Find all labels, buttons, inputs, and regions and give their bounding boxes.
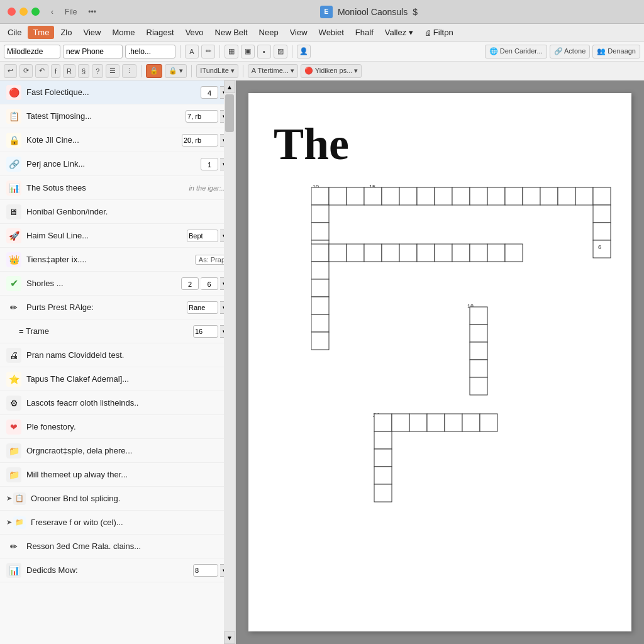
menu-fhalf[interactable]: Fhalf [350, 26, 379, 39]
crossword-grid: 10 15 [311, 181, 613, 508]
select-purts[interactable]: Rane [187, 301, 218, 314]
sidebar-item-tatest[interactable]: 📋 Tatest Tijmosing... 7, rb ▾ [0, 104, 235, 128]
sidebar-item-lascots[interactable]: ⚙ Lascots feacrr oloth listheinds.. [0, 391, 235, 415]
menu-view2[interactable]: View [285, 26, 313, 39]
scroll-down-button[interactable]: ▼ [224, 631, 235, 644]
btn-r[interactable]: R [63, 64, 75, 78]
menu-vallez[interactable]: Vallez ▾ [380, 26, 418, 39]
sidebar-item-shorles[interactable]: ✔ Shorles ... 2 6 ▾ [0, 272, 235, 296]
sidebar-item-tiensiapter[interactable]: 👑 Tiens‡apter ix.... As: Prap [0, 248, 235, 272]
sidebar-item-fast-folectique[interactable]: 🔴 Fast Folectique... 4 ▾ [0, 80, 235, 104]
menu-zlo[interactable]: Zlo [55, 26, 77, 39]
btn-text-a[interactable]: A [185, 45, 199, 58]
select-dedicds[interactable]: 8 [193, 564, 218, 577]
scrollbar-thumb[interactable] [225, 94, 234, 132]
btn-list[interactable]: ☰ [106, 64, 119, 78]
svg-rect-4 [347, 187, 364, 205]
svg-rect-2 [311, 187, 329, 205]
btn-dots[interactable]: ⋮ [122, 64, 136, 78]
btn-denaagn[interactable]: 👥 Denaagn [592, 45, 640, 58]
svg-rect-25 [329, 244, 347, 262]
svg-rect-27 [364, 244, 382, 262]
btn-den-carider[interactable]: 🌐 Den Carider... [485, 45, 547, 58]
sidebar-item-orooner[interactable]: ➤ 📋 Orooner Bnd tol splicing. [0, 487, 235, 511]
btn-person[interactable]: 👤 [297, 45, 311, 58]
select-newphone[interactable]: new Phone [63, 45, 123, 58]
svg-rect-40 [311, 332, 329, 350]
file-menu[interactable]: File [65, 8, 77, 16]
menu-webiet[interactable]: Webiet [314, 26, 349, 39]
menu-tme[interactable]: Tme [28, 26, 54, 39]
select-helo[interactable]: .helo... [125, 45, 175, 58]
sidebar-item-pran[interactable]: 🖨 Pran nams Cloviddeld test. [0, 343, 235, 367]
menu-fltpn[interactable]: 🖨Filtρn [419, 26, 458, 39]
btn-grid1[interactable]: ▦ [225, 45, 238, 58]
icon-shorles: ✔ [6, 276, 21, 291]
btn-help[interactable]: ? [92, 64, 103, 78]
select-tatest[interactable]: 7, rb [186, 110, 218, 123]
sidebar-item-resson[interactable]: ✏ Resson 3ed Cme Rala. clains... [0, 535, 235, 558]
sidebar-item-perjance[interactable]: 🔗 Perj ance Link... 1 ▾ [0, 152, 235, 176]
content-area: The 10 15 [236, 80, 644, 644]
svg-rect-44 [470, 342, 487, 360]
sidebar-item-honibal[interactable]: 🖥 Honibal Genbon/inder. [0, 200, 235, 224]
select-milodlezde[interactable]: Milodlezde [4, 45, 60, 58]
label-mill: Mill themeet up alway ther... [26, 470, 229, 479]
select-haim[interactable]: Bept [187, 230, 218, 242]
svg-rect-35 [505, 244, 523, 262]
label-resson: Resson 3ed Cme Rala. clains... [26, 541, 229, 551]
sidebar-item-kotejll[interactable]: 🔒 Kote Jll Cine... 20, rb ▾ [0, 128, 235, 152]
sidebar-item-trame[interactable]: = Trame 16 ▾ [0, 319, 235, 343]
icon-rreserave-group: ➤ 📁 [6, 516, 26, 529]
btn-ttertime[interactable]: A Ttertime... ▾ [248, 64, 298, 78]
btn-grid4[interactable]: ▨ [274, 45, 287, 58]
svg-rect-6 [382, 187, 399, 205]
sidebar-item-mill[interactable]: 📁 Mill themeet up alway ther... [0, 463, 235, 487]
btn-actone[interactable]: 🔗 Actone [550, 45, 591, 58]
btn-lock-orange[interactable]: 🔒 [146, 64, 162, 78]
scroll-up-button[interactable]: ▲ [224, 80, 235, 93]
menu-newbelt[interactable]: New Belt [210, 26, 253, 39]
btn-yidiken[interactable]: 🔴 Yidiken ps... ▾ [301, 64, 362, 78]
btn-grid2[interactable]: ▣ [241, 45, 255, 58]
menu-riagest[interactable]: Riagest [142, 26, 179, 39]
btn-edit[interactable]: ✏ [201, 45, 215, 58]
menu-neep[interactable]: Neep [254, 26, 284, 39]
app-title-area: E Moniool Caonsuls $ [101, 6, 636, 18]
btn-f[interactable]: f [51, 64, 60, 78]
btn-grid3[interactable]: ▪ [257, 45, 271, 58]
sidebar-item-tapus[interactable]: ⭐ Tapus The Clakef Adernal]... [0, 367, 235, 391]
menu-cile[interactable]: Cile [3, 26, 26, 39]
minimize-button[interactable] [19, 8, 28, 16]
btn-lock-dropdown[interactable]: 🔒 ▾ [165, 64, 187, 78]
btn-redo[interactable]: ⟳ [19, 64, 33, 78]
icon-pran: 🖨 [6, 348, 21, 363]
sidebar-item-ple[interactable]: ❤ Ple fonestory. [0, 415, 235, 439]
sidebar-item-sotus[interactable]: 📊 The Sotus thees in the igar:.... [0, 176, 235, 200]
btn-undo[interactable]: ↩ [4, 64, 17, 78]
menu-mome[interactable]: Mome [107, 26, 140, 39]
svg-rect-15 [540, 187, 558, 205]
menu-view1[interactable]: View [78, 26, 106, 39]
sidebar-item-rreserave[interactable]: ➤ 📁 Γreserave f or wito (cel)... [0, 511, 235, 535]
btn-back[interactable]: ↶ [35, 64, 48, 78]
svg-rect-30 [417, 244, 435, 262]
select-trame[interactable]: 16 [193, 325, 218, 338]
icon-ple: ❤ [6, 419, 21, 435]
icon-sotus: 📊 [6, 180, 21, 196]
nav-back[interactable]: ‹ [51, 8, 53, 16]
sidebar-item-orgncraot[interactable]: 📁 Orgncraot‡sple, dela phere... [0, 439, 235, 463]
btn-ttundlite[interactable]: ITundLite ▾ [196, 64, 238, 78]
select-kotejll[interactable]: 20, rb [182, 134, 218, 147]
sidebar-item-purts[interactable]: ✏ Purts Prest RAlge: Rane ▾ [0, 296, 235, 319]
btn-section[interactable]: § [78, 64, 89, 78]
menu-vevo[interactable]: Vevo [180, 26, 209, 39]
menu-bar: Cile Tme Zlo View Mome Riagest Vevo New … [0, 24, 644, 42]
sidebar-item-haim[interactable]: 🚀 Haim Seul Line... Bept ▾ [0, 224, 235, 248]
label-fast-folectique: Fast Folectique... [26, 87, 196, 97]
sidebar-item-dedicds[interactable]: 📊 Dedicds Mow: 8 ▾ [0, 558, 235, 582]
close-button[interactable] [8, 8, 16, 16]
control-haim: Bept ▾ [187, 230, 229, 242]
nav-ellipsis[interactable]: ••• [88, 8, 96, 16]
maximize-button[interactable] [31, 8, 40, 16]
